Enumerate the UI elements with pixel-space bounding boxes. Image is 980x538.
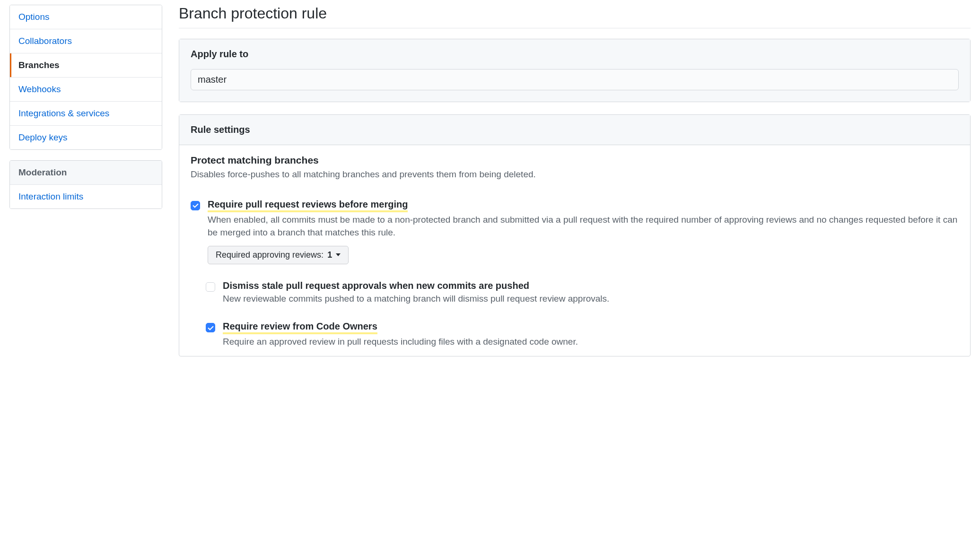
require-reviews-desc: When enabled, all commits must be made t… — [208, 213, 959, 239]
code-owners-title: Require review from Code Owners — [223, 321, 377, 334]
rule-settings-header: Rule settings — [179, 115, 970, 145]
sidebar-group-moderation: Moderation Interaction limits — [9, 160, 162, 209]
check-icon — [208, 325, 214, 331]
page-title: Branch protection rule — [179, 5, 971, 28]
require-reviews-title: Require pull request reviews before merg… — [208, 199, 408, 212]
required-approving-reviews-value: 1 — [327, 250, 332, 260]
sidebar-item-deploy-keys[interactable]: Deploy keys — [10, 126, 162, 149]
sidebar-item-branches[interactable]: Branches — [10, 53, 162, 78]
caret-down-icon — [336, 253, 341, 256]
sidebar-item-integrations[interactable]: Integrations & services — [10, 102, 162, 126]
code-owners-desc: Require an approved review in pull reque… — [223, 335, 959, 348]
sidebar-item-interaction-limits[interactable]: Interaction limits — [10, 185, 162, 208]
sidebar-item-options[interactable]: Options — [10, 5, 162, 29]
required-approving-reviews-select[interactable]: Required approving reviews: 1 — [208, 246, 349, 264]
required-approving-reviews-label: Required approving reviews: — [216, 250, 324, 260]
require-reviews-checkbox[interactable] — [191, 201, 200, 210]
sidebar-header-moderation: Moderation — [10, 161, 162, 185]
sidebar-item-webhooks[interactable]: Webhooks — [10, 78, 162, 102]
protect-matching-desc: Disables force-pushes to all matching br… — [191, 168, 959, 181]
sidebar-group-main: Options Collaborators Branches Webhooks … — [9, 5, 162, 150]
dismiss-stale-desc: New reviewable commits pushed to a match… — [223, 292, 959, 305]
rule-settings-box: Rule settings Protect matching branches … — [179, 114, 971, 356]
apply-rule-header: Apply rule to — [179, 39, 970, 69]
dismiss-stale-title: Dismiss stale pull request approvals whe… — [223, 280, 529, 291]
code-owners-checkbox[interactable] — [206, 323, 215, 332]
sidebar-item-collaborators[interactable]: Collaborators — [10, 29, 162, 53]
protect-matching-section: Protect matching branches Disables force… — [179, 145, 970, 184]
branch-pattern-input[interactable] — [191, 69, 959, 90]
apply-rule-box: Apply rule to — [179, 39, 971, 102]
rule-require-reviews: Require pull request reviews before merg… — [179, 197, 970, 272]
main-content: Branch protection rule Apply rule to Rul… — [179, 5, 971, 369]
rule-code-owners: Require review from Code Owners Require … — [179, 319, 970, 356]
rule-dismiss-stale: Dismiss stale pull request approvals whe… — [179, 278, 970, 313]
check-icon — [192, 202, 199, 208]
protect-matching-title: Protect matching branches — [191, 155, 959, 166]
dismiss-stale-checkbox[interactable] — [206, 282, 215, 292]
settings-sidebar: Options Collaborators Branches Webhooks … — [9, 5, 162, 219]
